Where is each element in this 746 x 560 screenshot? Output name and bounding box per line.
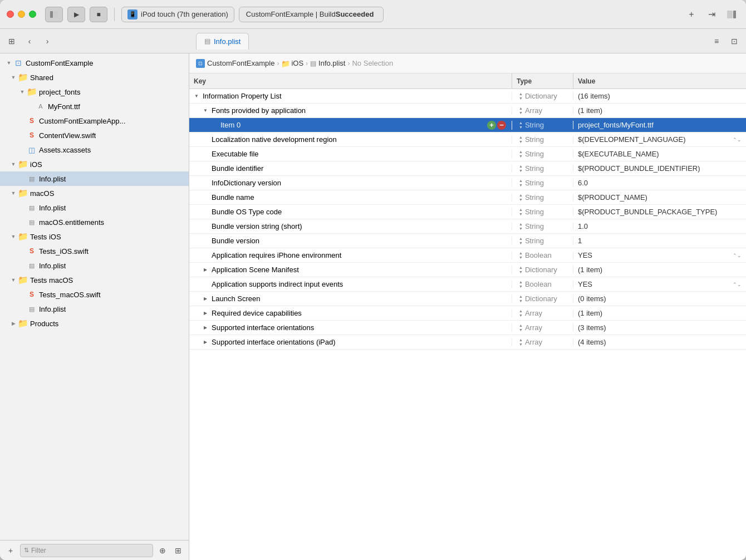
run-button[interactable]: ▶ [67,7,85,22]
sidebar-item-ios_infoplist[interactable]: ▤Info.plist [0,171,189,186]
remove-item-button-2[interactable]: − [497,121,506,130]
row-arrow-1[interactable]: ▼ [202,107,209,115]
stepper-up-8[interactable]: ▲ [519,208,523,212]
stepper-up-0[interactable]: ▲ [519,92,523,96]
sidebar-item-project[interactable]: ▼ ⊡ CustomFontExample [0,56,189,70]
type-stepper-15[interactable]: ▲▼ [519,309,523,317]
stepper-down-0[interactable]: ▼ [519,96,523,101]
sidebar-item-tests_macos_swift[interactable]: STests_macOS.swift [0,287,189,302]
type-stepper-1[interactable]: ▲▼ [519,106,523,115]
type-stepper-4[interactable]: ▲▼ [519,150,523,158]
sidebar-item-tests_ios_swift[interactable]: STests_iOS.swift [0,244,189,258]
inspector-toggle-button[interactable]: ⊡ [727,34,742,48]
stepper-up-7[interactable]: ▲ [519,193,523,198]
plist-row-11[interactable]: Application requires iPhone environment▲… [189,248,746,263]
row-arrow-17[interactable]: ▶ [202,338,209,346]
stepper-down-10[interactable]: ▼ [519,241,523,245]
stepper-down-7[interactable]: ▼ [519,198,523,202]
type-stepper-2[interactable]: ▲▼ [519,121,523,129]
stepper-down-1[interactable]: ▼ [519,111,523,115]
plist-row-17[interactable]: ▶Supported interface orientations (iPad)… [189,335,746,350]
add-item-button-2[interactable]: + [487,121,496,130]
sidebar-item-tests_macos_plist[interactable]: ▤Info.plist [0,302,189,316]
stepper-up-12[interactable]: ▲ [519,266,523,270]
plist-row-7[interactable]: Bundle name▲▼String$(PRODUCT_NAME) [189,190,746,205]
breadcrumb-project[interactable]: CustomFontExample [207,59,274,67]
add-file-button[interactable]: + [4,544,17,557]
plist-row-14[interactable]: ▶Launch Screen▲▼Dictionary(0 items) [189,292,746,306]
value-dropdown-3[interactable]: ⌃⌄ [733,135,742,144]
value-dropdown-13[interactable]: ⌃⌄ [733,280,742,289]
row-arrow-16[interactable]: ▶ [202,324,209,332]
row-arrow-14[interactable]: ▶ [202,295,209,303]
type-stepper-11[interactable]: ▲▼ [519,251,523,259]
navigator-grid-icon[interactable]: ⊞ [4,34,19,48]
row-arrow-15[interactable]: ▶ [202,310,209,317]
stepper-down-9[interactable]: ▼ [519,227,523,231]
sidebar-item-contentview[interactable]: SContentView.swift [0,128,189,143]
type-stepper-5[interactable]: ▲▼ [519,164,523,173]
plist-row-5[interactable]: Bundle identifier▲▼String$(PRODUCT_BUNDL… [189,161,746,176]
sidebar-item-tests_ios_plist[interactable]: ▤Info.plist [0,258,189,273]
maximize-button[interactable] [29,11,36,18]
close-button[interactable] [7,11,14,18]
infoplist-tab[interactable]: ▤ Info.plist [196,33,249,50]
sidebar-item-products[interactable]: ▶📁Products [0,316,189,331]
type-stepper-17[interactable]: ▲▼ [519,338,523,346]
sidebar-item-ios[interactable]: ▼📁iOS [0,157,189,171]
add-target-button[interactable]: ⊞ [172,544,184,557]
row-arrow-12[interactable]: ▶ [202,266,209,274]
sidebar-item-macos_entitlements[interactable]: ▤macOS.entitlements [0,215,189,229]
minimize-button[interactable] [18,11,25,18]
stepper-down-17[interactable]: ▼ [519,342,523,347]
forward-button[interactable]: › [40,34,55,48]
stepper-down-4[interactable]: ▼ [519,154,523,159]
stepper-down-14[interactable]: ▼ [519,299,523,303]
stepper-up-6[interactable]: ▲ [519,179,523,183]
plist-row-4[interactable]: Executable file▲▼String$(EXECUTABLE_NAME… [189,147,746,161]
sidebar-item-appfile[interactable]: SCustomFontExampleApp... [0,114,189,128]
stepper-up-9[interactable]: ▲ [519,222,523,227]
row-arrow-0[interactable]: ▼ [193,92,200,100]
stepper-down-16[interactable]: ▼ [519,328,523,332]
plist-row-8[interactable]: Bundle OS Type code▲▼String$(PRODUCT_BUN… [189,205,746,219]
sidebar-item-assets[interactable]: ◫Assets.xcassets [0,143,189,157]
stepper-up-1[interactable]: ▲ [519,106,523,111]
lines-menu-button[interactable]: ≡ [709,34,724,48]
type-stepper-6[interactable]: ▲▼ [519,179,523,187]
stepper-down-6[interactable]: ▼ [519,183,523,188]
plist-row-0[interactable]: ▼Information Property List▲▼Dictionary(1… [189,89,746,104]
stepper-down-3[interactable]: ▼ [519,140,523,144]
type-stepper-0[interactable]: ▲▼ [519,92,523,100]
stepper-down-8[interactable]: ▼ [519,212,523,217]
stepper-up-14[interactable]: ▲ [519,294,523,299]
add-tab-button[interactable]: + [684,7,699,22]
stepper-down-5[interactable]: ▼ [519,169,523,173]
plist-row-10[interactable]: Bundle version▲▼String1 [189,234,746,248]
plist-row-1[interactable]: ▼Fonts provided by application▲▼Array(1 … [189,104,746,118]
device-picker[interactable]: 📱 iPod touch (7th generation) [121,7,234,22]
stepper-up-11[interactable]: ▲ [519,251,523,256]
plist-row-6[interactable]: InfoDictionary version▲▼String6.0 [189,176,746,190]
type-stepper-14[interactable]: ▲▼ [519,294,523,303]
type-stepper-3[interactable]: ▲▼ [519,135,523,144]
sidebar-toggle-button[interactable] [45,7,63,22]
plist-row-12[interactable]: ▶Application Scene Manifest▲▼Dictionary(… [189,263,746,277]
add-group-button[interactable]: ⊕ [156,544,169,557]
sidebar-item-shared[interactable]: ▼📁Shared [0,70,189,85]
type-stepper-8[interactable]: ▲▼ [519,208,523,216]
stepper-up-4[interactable]: ▲ [519,150,523,154]
stepper-up-13[interactable]: ▲ [519,280,523,284]
plist-row-16[interactable]: ▶Supported interface orientations▲▼Array… [189,321,746,335]
plist-row-13[interactable]: Application supports indirect input even… [189,277,746,292]
type-stepper-13[interactable]: ▲▼ [519,280,523,288]
stepper-up-3[interactable]: ▲ [519,135,523,140]
split-editor-button[interactable]: ⇥ [704,7,719,22]
stepper-down-13[interactable]: ▼ [519,284,523,289]
type-stepper-16[interactable]: ▲▼ [519,323,523,332]
right-panel-button[interactable] [724,7,739,22]
stop-button[interactable]: ■ [90,7,107,22]
sidebar-item-macos[interactable]: ▼📁macOS [0,186,189,200]
stepper-down-15[interactable]: ▼ [519,313,523,318]
stepper-down-11[interactable]: ▼ [519,256,523,260]
